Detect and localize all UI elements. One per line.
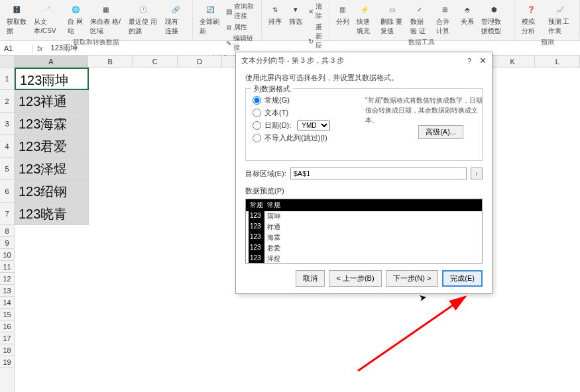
row-header-3[interactable]: 3 [0,113,14,135]
from-csv-button[interactable]: 📄从文 本/CSV [31,1,63,37]
forecast-sheet-button[interactable]: 📈预测 工作表 [546,1,575,37]
row-header-12[interactable]: 12 [0,273,14,285]
cell-A2[interactable]: 123祥通 [15,90,89,113]
column-header-B[interactable]: B [88,56,133,67]
name-box[interactable]: A1 [0,44,33,52]
remove-dup-button[interactable]: ▭删除 重复值 [378,1,406,37]
radio-general-input[interactable] [253,96,261,105]
next-button[interactable]: 下一步(N) > [386,270,439,287]
cell-A4[interactable]: 123君爱 [15,135,89,158]
from-table-button[interactable]: ▦来自表 格/区域 [87,1,124,37]
help-button[interactable]: ? [467,57,471,65]
dialog-titlebar[interactable]: 文本分列向导 - 第 3 步，共 3 步 ? ✕ [236,52,492,69]
file-icon: 📄 [40,3,54,16]
cell-A7[interactable]: 123晓青 [15,203,89,225]
row-header-17[interactable]: 17 [0,332,14,344]
row-header-13[interactable]: 13 [0,285,14,297]
preview-box[interactable]: 常规常规 123雨坤 123祥通 123海霖 123君爱 123泽煜 123绍钢… [245,199,483,264]
column-header-K[interactable]: K [491,56,535,67]
select-all-corner[interactable] [0,56,15,67]
instruction-text: 使用此屏内容可选择各列，并设置其数据格式。 [245,73,483,83]
finish-button[interactable]: 完成(E) [442,270,483,287]
format-description: "常规"数据格式将数值转换成数字，日期值会转换成日期，其余数据则转换成文本。 [365,95,485,125]
cell-A1[interactable]: 123雨坤 [15,68,89,90]
row-header-11[interactable]: 11 [0,261,14,273]
range-picker-button[interactable]: ↑ [471,168,483,179]
radio-date-input[interactable] [253,121,261,130]
data-validation-button[interactable]: ✓数据验 证 [408,1,432,37]
fx-button[interactable]: fx [33,44,47,52]
column-header-C[interactable]: C [133,56,177,67]
whatif-button[interactable]: ❓模拟分析 [519,1,543,37]
row-header-9[interactable]: 9 [0,237,14,249]
validation-icon: ✓ [413,3,426,16]
flash-icon: ⚡ [358,3,371,16]
refresh-all-button[interactable]: 🔄全部刷 新 [197,1,223,37]
cell-A5[interactable]: 123泽煜 [15,158,89,180]
queries-connections-button[interactable]: ▤查询和连接 [225,1,257,21]
text-to-columns-button[interactable]: ▥分列 [333,1,352,28]
consolidate-button[interactable]: ⊞合并计算 [434,1,456,37]
recent-sources-button[interactable]: 🕑最近使 用的源 [126,1,161,37]
get-data-button[interactable]: 🗄️获取数 据 [4,1,29,37]
date-format-select[interactable]: YMD [297,121,330,130]
annotation-arrow [351,291,484,377]
destination-input[interactable] [290,168,467,179]
ribbon-group-data-tools: ▥分列 ⚡快速填充 ▭删除 重复值 ✓数据验 证 ⊞合并计算 ⬘关系 ⬢管理数 … [329,0,516,40]
preview-row: 123雨坤 [246,211,482,222]
back-button[interactable]: < 上一步(B) [329,270,381,287]
row-header-4[interactable]: 4 [0,135,14,158]
rel-icon: ⬘ [461,3,474,16]
preview-row: 123祥通 [246,222,482,232]
column-header-A[interactable]: A [15,56,88,67]
refresh-icon: 🔄 [203,3,217,16]
properties-button[interactable]: ⚙属性 [225,22,257,32]
destination-label: 目标区域(E): [245,169,286,179]
ribbon-group-queries: 🔄全部刷 新 ▤查询和连接 ⚙属性 ✎编辑链接 查询和连接 [193,0,262,40]
radio-skip-input[interactable] [253,134,261,142]
cancel-button[interactable]: 取消 [296,270,325,287]
sort-button[interactable]: ⇅排序 [266,1,284,28]
row-header-8[interactable]: 8 [0,225,14,237]
column-header-D[interactable]: D [178,56,222,67]
text-to-columns-wizard-dialog: 文本分列向导 - 第 3 步，共 3 步 ? ✕ 使用此屏内容可选择各列，并设置… [235,52,493,294]
ribbon-group-get-data: 🗄️获取数 据 📄从文 本/CSV 🌐自 网站 ▦来自表 格/区域 🕑最近使 用… [0,0,193,40]
row-header-10[interactable]: 10 [0,249,14,261]
preview-header-1: 常规 [249,200,264,211]
radio-text-input[interactable] [253,109,261,117]
ribbon-group-forecast: ❓模拟分析 📈预测 工作表 预测 [515,0,580,40]
database-icon: 🗄️ [10,3,23,16]
clear-button[interactable]: ✕清除 [307,1,325,21]
recent-icon: 🕑 [137,3,150,16]
row-header-5[interactable]: 5 [0,158,14,180]
row-header-2[interactable]: 2 [0,90,14,113]
row-header-6[interactable]: 6 [0,180,14,203]
cell-A3[interactable]: 123海霖 [15,113,89,135]
filter-icon: ▼ [289,3,302,16]
destination-row: 目标区域(E): ↑ [245,168,483,179]
relationships-button[interactable]: ⬘关系 [458,1,477,28]
row-headers: 1 2 3 4 5 6 7 8 9 10 11 12 13 14 15 16 1… [0,68,15,392]
filter-button[interactable]: ▼筛选 [286,1,305,28]
row-header-7[interactable]: 7 [0,203,14,225]
row-header-18[interactable]: 18 [0,344,14,356]
row-header-15[interactable]: 15 [0,309,14,320]
row-header-14[interactable]: 14 [0,297,14,309]
column-header-L[interactable]: L [535,56,579,67]
close-button[interactable]: ✕ [479,56,487,66]
model-icon: ⬢ [488,3,501,16]
merge-icon: ⊞ [438,3,451,16]
sort-icon: ⇅ [268,3,282,16]
data-model-button[interactable]: ⬢管理数 据模型 [479,1,510,37]
row-header-19[interactable]: 19 [0,356,14,368]
row-header-1[interactable]: 1 [0,68,14,90]
row-header-16[interactable]: 16 [0,320,14,332]
flash-fill-button[interactable]: ⚡快速填充 [354,1,377,37]
advanced-button[interactable]: 高级(A)... [418,125,463,139]
cell-A6[interactable]: 123绍钢 [15,180,89,203]
list-icon: ▤ [226,8,232,15]
existing-conn-button[interactable]: 🔗现有 连接 [162,1,188,37]
from-web-button[interactable]: 🌐自 网站 [65,1,86,37]
globe-icon: 🌐 [69,3,82,16]
whatif-icon: ❓ [524,3,538,16]
